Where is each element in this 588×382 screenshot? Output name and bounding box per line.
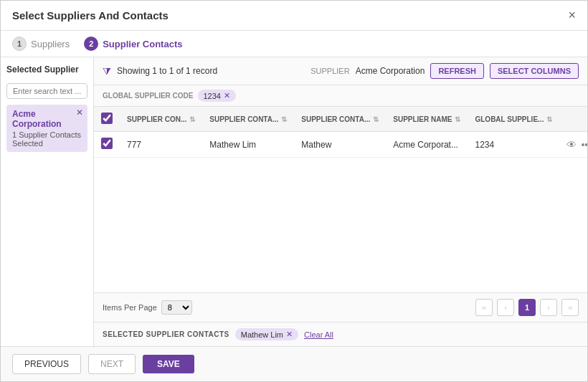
th-actions	[559, 107, 587, 132]
previous-button[interactable]: PREVIOUS	[12, 354, 81, 374]
last-page-button[interactable]: »	[561, 299, 579, 316]
pagination-bar: Items Per Page 8 16 24 32 « ‹ 1 › »	[94, 292, 587, 322]
more-options-icon[interactable]: •••	[581, 139, 587, 151]
step-suppliers[interactable]: 1 Suppliers	[12, 37, 70, 51]
modal-body: Selected Supplier Acme Corporation 1 Sup…	[1, 57, 587, 346]
contact-chip-remove[interactable]: ✕	[286, 330, 293, 339]
close-button[interactable]: ×	[568, 8, 576, 23]
row-checkbox[interactable]	[101, 138, 113, 149]
col-sort-icon3[interactable]: ⇅	[373, 115, 379, 123]
row-supplier-conta1: Mathew Lim	[202, 132, 294, 158]
contact-chip-mathew-lim: Mathew Lim ✕	[235, 328, 298, 340]
refresh-button[interactable]: REFRESH	[430, 63, 484, 79]
step1-label: Suppliers	[31, 39, 70, 49]
toolbar: ⧩ Showing 1 to 1 of 1 record SUPPLIER Ac…	[94, 57, 587, 85]
th-supplier-conta1: SUPPLIER CONTA... ⇅	[202, 107, 294, 132]
col-sort-icon4[interactable]: ⇅	[455, 115, 460, 123]
search-input[interactable]	[6, 83, 87, 99]
modal: Select Suppliers And Contacts × 1 Suppli…	[0, 0, 588, 382]
row-global-supplie: 1234	[468, 132, 559, 158]
col-sort-icon5[interactable]: ⇅	[546, 115, 552, 123]
table-row: 777 Mathew Lim Mathew Acme Corporat... 1…	[94, 132, 587, 158]
showing-text: Showing 1 to 1 of 1 record	[117, 66, 299, 76]
stepper: 1 Suppliers 2 Supplier Contacts	[1, 31, 587, 57]
filter-chip-value: 1234	[204, 92, 221, 100]
filter-icon[interactable]: ⧩	[103, 65, 111, 77]
row-supplier-name: Acme Corporat...	[386, 132, 468, 158]
th-global-supplie: GLOBAL SUPPLIE... ⇅	[468, 107, 559, 132]
step2-label: Supplier Contacts	[103, 39, 182, 49]
col-sort-icon[interactable]: ⇅	[189, 115, 195, 123]
filter-chip-label: GLOBAL SUPPLIER CODE	[103, 92, 194, 100]
items-per-page-label: Items Per Page	[103, 303, 157, 312]
th-supplier-con: SUPPLIER CON... ⇅	[120, 107, 202, 132]
contact-chip-name: Mathew Lim	[241, 330, 283, 339]
modal-footer: PREVIOUS NEXT SAVE	[1, 346, 587, 381]
first-page-button[interactable]: «	[475, 299, 493, 316]
supplier-chip-name: Acme Corporation	[12, 109, 82, 129]
prev-page-button[interactable]: ‹	[497, 299, 514, 316]
next-button[interactable]: NEXT	[88, 354, 136, 374]
selected-contacts-bar: SELECTED SUPPLIER CONTACTS Mathew Lim ✕ …	[94, 322, 587, 346]
supplier-chip: Acme Corporation 1 Supplier Contacts Sel…	[6, 105, 87, 152]
supplier-label: SUPPLIER	[310, 67, 349, 75]
col-sort-icon2[interactable]: ⇅	[281, 115, 287, 123]
header-checkbox[interactable]	[101, 113, 113, 124]
clear-all-button[interactable]: Clear All	[304, 330, 333, 339]
supplier-chip-close[interactable]: ✕	[76, 108, 83, 118]
filter-chips-area: GLOBAL SUPPLIER CODE 1234 ✕	[94, 85, 587, 107]
th-checkbox	[94, 107, 120, 132]
row-supplier-conta2: Mathew	[294, 132, 386, 158]
th-supplier-conta2: SUPPLIER CONTA... ⇅	[294, 107, 386, 132]
sidebar: Selected Supplier Acme Corporation 1 Sup…	[1, 57, 94, 346]
row-supplier-con: 777	[120, 132, 202, 158]
filter-chip-remove[interactable]: ✕	[224, 91, 230, 100]
save-button[interactable]: SAVE	[143, 355, 194, 373]
selected-contacts-label: SELECTED SUPPLIER CONTACTS	[103, 330, 229, 338]
step-supplier-contacts[interactable]: 2 Supplier Contacts	[84, 37, 182, 51]
sidebar-title: Selected Supplier	[6, 65, 87, 75]
step2-number: 2	[84, 37, 98, 51]
items-per-page-select[interactable]: 8 16 24 32	[161, 300, 192, 315]
th-supplier-name: SUPPLIER NAME ⇅	[386, 107, 468, 132]
supplier-value: Acme Corporation	[356, 66, 425, 76]
next-page-button[interactable]: ›	[540, 299, 557, 316]
modal-title: Select Suppliers And Contacts	[12, 9, 169, 22]
current-page-button[interactable]: 1	[518, 299, 536, 316]
main-content: ⧩ Showing 1 to 1 of 1 record SUPPLIER Ac…	[94, 57, 587, 346]
supplier-chip-sub: 1 Supplier Contacts Selected	[12, 130, 82, 148]
step1-number: 1	[12, 37, 27, 51]
eye-icon[interactable]: 👁	[566, 139, 577, 151]
modal-header: Select Suppliers And Contacts ×	[1, 1, 587, 31]
row-checkbox-cell	[94, 132, 120, 158]
select-columns-button[interactable]: SELECT COLUMNS	[490, 63, 579, 79]
filter-chip: 1234 ✕	[198, 90, 236, 102]
data-table: SUPPLIER CON... ⇅ SUPPLIER CONTA... ⇅	[94, 107, 587, 158]
row-actions: 👁 •••	[559, 132, 587, 158]
table-container: SUPPLIER CON... ⇅ SUPPLIER CONTA... ⇅	[94, 107, 587, 292]
